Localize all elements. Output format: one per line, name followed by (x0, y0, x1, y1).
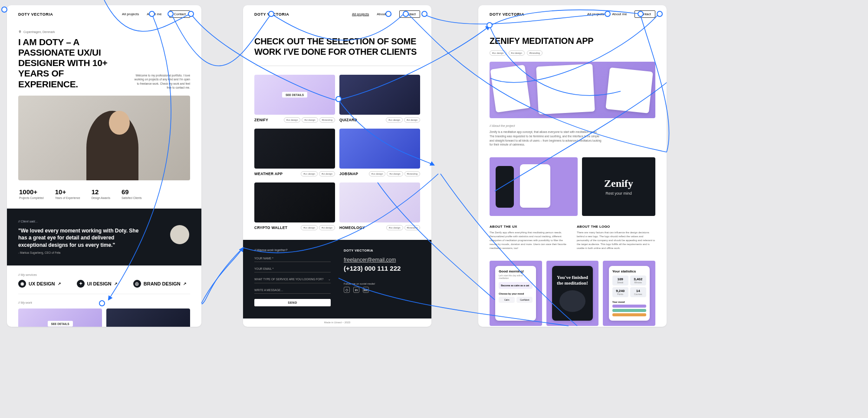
email-field[interactable]: YOUR EMAIL * (254, 265, 331, 272)
card-title: ZENIFY (254, 118, 268, 122)
col-text: The Zenify app offers everything that me… (490, 231, 568, 250)
tag: #branding (404, 225, 420, 230)
phone-mock-dark (496, 166, 514, 208)
work-row: SEE DETAILS (7, 309, 201, 327)
nav-contact-button[interactable]: Contact (169, 10, 190, 18)
zenify-tagline: Rest your mind (605, 191, 632, 196)
about-ux: ABOUT THE UX The Zenify app offers every… (490, 225, 568, 250)
tag: #ui design (387, 171, 403, 176)
social-links: ◇ in Bē (344, 287, 420, 293)
tag: #ux design (284, 117, 301, 123)
services-label: // My services (18, 273, 190, 276)
hero-mockup (490, 62, 655, 118)
brand-logo[interactable]: DOTY VECTORIA (490, 12, 524, 17)
stat-box: 109Streak (612, 275, 628, 285)
arrow-icon: ↗ (114, 282, 118, 286)
brand-logo[interactable]: DOTY VECTORIA (18, 12, 53, 17)
stat-years: 10+Years of Experience (55, 188, 80, 200)
stat-box: 9,240Points (612, 287, 628, 297)
layout-screens (490, 157, 578, 216)
nav-about[interactable]: About me (147, 12, 161, 16)
name-field[interactable]: YOUR NAME * (254, 254, 331, 262)
stat-grid: 109Streak 3,402Minutes 9,240Points 14Cou… (612, 275, 646, 297)
card-image: SEE DETAILS (254, 75, 335, 115)
instagram-icon[interactable]: ◇ (344, 287, 350, 293)
see-details-button[interactable]: SEE DETAILS (282, 92, 307, 98)
header: DOTY VECTORIA All projects About me Cont… (7, 5, 201, 22)
select-label: WHAT TYPE OF SERVICE ARE YOU LOOKING FOR… (254, 278, 323, 281)
send-button[interactable]: SEND (254, 299, 331, 306)
mood-bar (612, 305, 646, 308)
ux-icon: ◉ (18, 280, 26, 288)
nav-contact-button[interactable]: Contact (635, 10, 655, 18)
linkedin-icon[interactable]: in (353, 287, 359, 293)
about-logo: ABOUT THE LOGO There are many factors th… (577, 225, 655, 250)
screen-title: Good morning! (499, 269, 533, 273)
brand-logo[interactable]: DOTY VECTORIA (254, 12, 289, 17)
mood-label: Your mood (612, 301, 646, 303)
card-weather[interactable]: WEATHER APP#ux design#ui design (254, 129, 335, 176)
stat-label: Projects Completed (19, 196, 44, 200)
email-link[interactable]: freelancer@email.com (344, 257, 420, 263)
screen-card-dark: You've finished the meditation! (552, 266, 593, 321)
col-text: There are many factors that can influenc… (577, 231, 655, 250)
person-face (109, 111, 130, 135)
card-crypto[interactable]: CRYPTO WALLET#ux design#ui design (254, 182, 335, 230)
card-zenify[interactable]: SEE DETAILS ZENIFY#ux design#ui design#b… (254, 75, 335, 123)
service-select[interactable]: WHAT TYPE OF SERVICE ARE YOU LOOKING FOR… (254, 275, 331, 283)
service-brand[interactable]: ◎BRAND DESIGN↗ (133, 280, 187, 288)
follow-label: Follow me on social media! (344, 282, 420, 285)
nav-all-projects[interactable]: All projects (352, 12, 369, 16)
mock-card (605, 67, 653, 113)
stat-l: Minutes (632, 281, 644, 284)
stats-row: 1000+Projects Completed 10+Years of Expe… (7, 180, 201, 207)
nav-all-projects[interactable]: All projects (587, 12, 604, 16)
frame-project-detail: DOTY VECTORIA All projects About me Cont… (478, 5, 667, 327)
nav-about[interactable]: About me (612, 12, 627, 16)
illustration (559, 290, 585, 312)
card-homeology[interactable]: HOMEOLOGY#ux design#branding (339, 182, 420, 230)
stat-l: Points (614, 293, 627, 295)
behance-icon[interactable]: Bē (363, 287, 369, 293)
mock-card (490, 65, 530, 113)
screen-stats: Your statistics 109Streak 3,402Minutes 9… (603, 261, 655, 326)
nav-about[interactable]: About me (377, 12, 391, 16)
card-tags: #ux design#ui design#branding (284, 117, 335, 123)
services-section: // My services ◉UX DESIGN↗ ✦UI DESIGN↗ ◎… (7, 265, 201, 304)
featured-card: Become as calm as a cat (499, 282, 533, 289)
work-thumb-zenify[interactable]: SEE DETAILS (18, 309, 102, 327)
service-ux[interactable]: ◉UX DESIGN↗ (18, 280, 61, 288)
tag: #ui design (319, 171, 335, 176)
card-quizard[interactable]: QUIZARD#ux design#ui design (339, 75, 420, 123)
contact-info: DOTY VECTORIA freelancer@email.com (+123… (344, 249, 420, 306)
stat-l: Streak (614, 281, 627, 284)
service-ui[interactable]: ✦UI DESIGN↗ (77, 280, 118, 288)
choose-label: Choose by your mood (499, 292, 533, 295)
stat-value: 1000+ (19, 188, 44, 196)
see-details-button[interactable]: SEE DETAILS (47, 321, 72, 326)
card-jobsnap[interactable]: JOBSNAP#ux design#ui design#branding (339, 129, 420, 176)
card-tags: #ux design#ui design (301, 225, 335, 230)
card-title: HOMEOLOGY (339, 226, 365, 230)
two-col: ABOUT THE UX The Zenify app offers every… (478, 220, 667, 255)
nav-all-projects[interactable]: All projects (122, 12, 139, 16)
tag: #ux design (369, 171, 386, 176)
card-title: JOBSNAP (339, 172, 358, 176)
zenify-logo: Zenify (604, 178, 633, 189)
work-thumb-quizard[interactable] (106, 309, 190, 327)
screen-card: Good morning! Let's start this day with … (495, 266, 536, 321)
message-field[interactable]: WRITE A MESSAGE… (254, 286, 331, 294)
phone-mock-light (520, 164, 550, 208)
card-title: QUIZARD (339, 118, 357, 122)
mood-bar (612, 309, 646, 312)
location-text: Copenhagen, Denmark (23, 30, 55, 33)
phone-number: (+123) 000 111 222 (344, 265, 420, 272)
testimonial-avatar (170, 225, 189, 244)
nav-contact-button[interactable]: Contact (399, 10, 420, 18)
contact-form: // Wanna work together? YOUR NAME * YOUR… (254, 249, 331, 306)
stat-awards: 12Design Awards (92, 188, 110, 200)
stat-box: 14Courses (630, 287, 646, 297)
mood-confident: Confident (516, 297, 533, 303)
screens-row: Good morning! Let's start this day with … (478, 255, 667, 326)
tag: #branding (404, 171, 420, 176)
